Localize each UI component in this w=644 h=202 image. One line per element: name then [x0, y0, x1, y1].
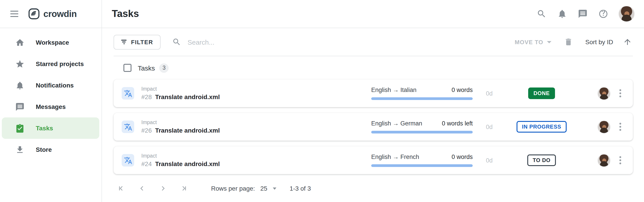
list-title: Tasks — [138, 64, 155, 72]
task-row[interactable]: Impact #26 Translate android.xml English… — [114, 113, 633, 141]
help-icon[interactable] — [598, 8, 609, 19]
progress-bar — [371, 97, 473, 100]
progress-bar — [371, 164, 473, 167]
task-words: 0 words — [452, 87, 473, 93]
more-menu-icon[interactable] — [616, 121, 625, 133]
previous-page-icon[interactable] — [135, 181, 149, 196]
sidebar-item-messages[interactable]: Messages — [2, 96, 99, 117]
task-language-pair: English → Italian — [371, 87, 416, 93]
task-language-pair: English → French — [371, 154, 419, 160]
download-icon — [15, 145, 24, 154]
home-icon — [15, 38, 24, 47]
delete-icon[interactable] — [563, 37, 574, 47]
task-info: Impact #26 Translate android.xml — [141, 119, 371, 134]
task-due: 0d — [473, 90, 506, 97]
first-page-icon[interactable] — [114, 181, 129, 196]
sidebar-item-starred-projects[interactable]: Starred projects — [2, 53, 99, 75]
sidebar-item-label: Tasks — [36, 125, 53, 132]
top-bar-left: crowdin — [0, 0, 102, 28]
filter-button[interactable]: FILTER — [114, 35, 161, 49]
task-words: 0 words left — [442, 120, 473, 127]
task-status-col: DONE — [506, 87, 577, 99]
progress-bar-fill — [371, 164, 473, 167]
task-language-block: English → French 0 words — [371, 154, 473, 167]
brand-name: crowdin — [44, 9, 77, 19]
sidebar-item-notifications[interactable]: Notifications — [2, 75, 99, 96]
task-due: 0d — [473, 123, 506, 130]
task-language-block: English → Italian 0 words — [371, 87, 473, 100]
message-icon — [15, 102, 24, 111]
page-title: Tasks — [112, 8, 536, 20]
task-status-col: IN PROGRESS — [506, 121, 577, 133]
hamburger-menu-icon[interactable] — [8, 8, 21, 20]
notifications-icon[interactable] — [557, 8, 568, 19]
task-words: 0 words — [452, 154, 473, 160]
assignee-avatar — [598, 154, 610, 167]
app-body: Workspace Starred projects Notifications… — [0, 28, 644, 202]
pagination-range: 1-3 of 3 — [290, 185, 311, 192]
crowdin-logo[interactable]: crowdin — [28, 8, 77, 20]
task-assignee-col — [577, 120, 616, 133]
task-info: Impact #24 Translate android.xml — [141, 153, 371, 168]
task-language-pair: English → German — [371, 120, 422, 127]
sidebar-item-label: Workspace — [36, 39, 69, 46]
pagination: Rows per page: 25 1-3 of 3 — [114, 181, 633, 196]
more-menu-icon[interactable] — [616, 87, 625, 99]
task-id: #26 — [141, 127, 152, 134]
rows-per-page-label: Rows per page: — [211, 185, 255, 192]
task-status-col: TO DO — [506, 155, 577, 166]
sort-by-button[interactable]: Sort by ID — [586, 38, 613, 45]
star-icon — [15, 59, 24, 68]
task-project: Impact — [141, 86, 371, 91]
next-page-icon[interactable] — [156, 181, 170, 196]
task-language-block: English → German 0 words left — [371, 120, 473, 134]
task-assignee-col — [577, 87, 616, 100]
select-all-checkbox[interactable] — [124, 64, 132, 72]
progress-bar-fill — [371, 131, 473, 134]
task-title: Translate android.xml — [155, 93, 220, 100]
task-project: Impact — [141, 153, 371, 158]
main-content: FILTER MOVE TO Sort by ID — [102, 28, 644, 202]
filter-button-label: FILTER — [131, 39, 153, 45]
search-icon[interactable] — [536, 8, 547, 19]
top-bar-icons — [536, 6, 634, 22]
task-row[interactable]: Impact #28 Translate android.xml English… — [114, 79, 633, 107]
rows-per-page-value: 25 — [260, 185, 267, 192]
sort-direction-arrow-up-icon[interactable] — [622, 37, 633, 47]
task-assignee-col — [577, 154, 616, 167]
user-avatar[interactable] — [618, 6, 634, 22]
chevron-down-icon — [547, 41, 552, 43]
top-bar-main: Tasks — [102, 0, 644, 28]
translate-icon — [122, 87, 134, 100]
top-bar: crowdin Tasks — [0, 0, 644, 28]
search-input[interactable] — [187, 38, 374, 46]
sidebar-item-store[interactable]: Store — [2, 139, 99, 160]
task-row[interactable]: Impact #24 Translate android.xml English… — [114, 146, 633, 174]
task-id: #28 — [141, 93, 152, 100]
translate-icon — [122, 121, 134, 133]
sidebar-item-label: Messages — [36, 103, 66, 110]
rows-per-page-select[interactable]: 25 — [260, 185, 276, 192]
sidebar-item-label: Notifications — [36, 82, 74, 89]
status-badge: DONE — [528, 87, 555, 99]
sidebar-item-workspace[interactable]: Workspace — [2, 32, 99, 53]
task-title: Translate android.xml — [155, 127, 220, 134]
more-menu-icon[interactable] — [616, 155, 625, 166]
move-to-label: MOVE TO — [515, 39, 544, 45]
status-badge: IN PROGRESS — [516, 121, 567, 133]
assignee-avatar — [598, 87, 610, 100]
crowdin-logo-icon — [28, 8, 40, 20]
status-badge: TO DO — [527, 155, 556, 166]
clipboard-check-icon — [15, 123, 24, 133]
sidebar-item-tasks[interactable]: Tasks — [2, 117, 99, 139]
task-list: Impact #28 Translate android.xml English… — [114, 79, 633, 174]
last-page-icon[interactable] — [176, 181, 190, 196]
bell-icon — [15, 81, 24, 90]
task-title: Translate android.xml — [155, 160, 220, 167]
task-id: #24 — [141, 160, 152, 167]
move-to-button[interactable]: MOVE TO — [515, 39, 552, 45]
messages-icon[interactable] — [577, 8, 588, 19]
chevron-down-icon — [272, 187, 276, 190]
search-box — [172, 37, 515, 46]
sidebar: Workspace Starred projects Notifications… — [0, 28, 102, 202]
